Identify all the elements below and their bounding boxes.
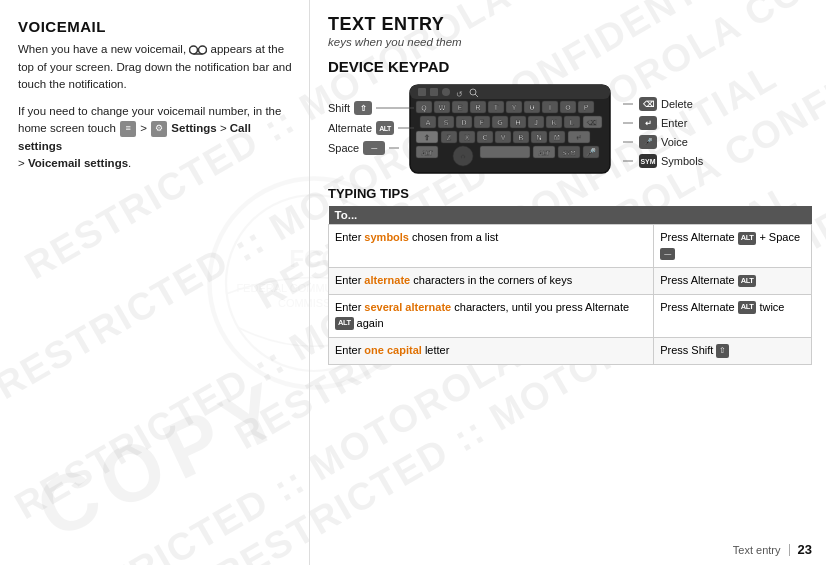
home-screen-touch: home screen touch [18,122,116,134]
keypad-right-labels: ⌫ Delete ↵ Enter 🎤 Voice [623,97,703,168]
table-row: Enter several alternate characters, unti… [329,294,812,337]
table-cell-action-capital: Enter one capital letter [329,337,654,364]
shift-icon: ⇧ [354,101,372,115]
page-number: 23 [798,542,812,557]
svg-text:V: V [501,134,506,141]
menu-icon [120,121,136,137]
highlight-several: several alternate [364,301,451,313]
svg-text:T: T [494,104,499,111]
svg-text:U: U [529,104,534,111]
settings-label: Settings [171,122,216,134]
delete-icon: ⌫ [639,97,657,111]
voice-label: 🎤 Voice [623,135,703,149]
svg-point-13 [442,88,450,96]
svg-text:🎤: 🎤 [586,147,596,157]
highlight-alternate: alternate [364,274,410,286]
enter-label: ↵ Enter [623,116,703,130]
table-cell-instruction-alternate: Press Alternate ALT [654,267,812,294]
svg-text:↵: ↵ [576,134,582,141]
keypad-diagram: ↺ Q W E R T Y U I O [328,83,812,178]
voicemail-para1: When you have a new voicemail, appears a… [18,41,295,93]
svg-text:D: D [461,119,466,126]
svg-text:S: S [444,119,449,126]
svg-text:↺: ↺ [456,90,463,99]
svg-point-6 [199,46,207,54]
svg-text:F: F [480,119,485,126]
alt-key-inline-4: ALT [738,301,757,314]
table-cell-action-alternate: Enter alternate characters in the corner… [329,267,654,294]
svg-text:B: B [518,134,523,141]
space-key-inline: — [660,248,675,260]
voicemail-settings-label: Voicemail settings [28,157,128,169]
alt-key-inline: ALT [738,232,757,245]
keypad-left-labels: Shift ⇧ Alternate ALT Space — [328,101,416,155]
table-header-instruction [654,206,812,225]
table-cell-instruction-symbols: Press Alternate ALT + Space — [654,225,812,268]
svg-text:N: N [536,134,541,141]
space-label: Space — [328,141,416,155]
table-row: Enter one capital letter Press Shift ⇧ [329,337,812,364]
right-column: TEXT ENTRY keys when you need them DEVIC… [310,0,826,565]
table-cell-action-symbols: Enter symbols chosen from a list [329,225,654,268]
space-icon: — [363,141,385,155]
keyboard-svg: ↺ Q W E R T Y U I O [408,83,613,175]
svg-rect-11 [418,88,426,96]
svg-text:H: H [515,119,520,126]
svg-rect-79 [480,146,530,158]
text-entry-title: TEXT ENTRY [328,14,812,35]
table-cell-instruction-capital: Press Shift ⇧ [654,337,812,364]
shift-label: Shift ⇧ [328,101,416,115]
svg-text:Z: Z [447,134,452,141]
svg-text:G: G [497,119,503,126]
settings-icon [151,121,167,137]
svg-text:O: O [565,104,571,111]
sym-icon: SYM [639,154,657,168]
table-row: Enter alternate characters in the corner… [329,267,812,294]
svg-text:Q: Q [421,104,427,112]
svg-rect-12 [430,88,438,96]
svg-text:E: E [458,104,463,111]
symbols-label: SYM Symbols [623,154,703,168]
alt-icon: ALT [376,121,394,135]
svg-text:P: P [584,104,589,111]
voicemail-icon [189,41,207,58]
alternate-label: Alternate ALT [328,121,416,135]
footer-divider [789,544,790,556]
text-entry-subtitle: keys when you need them [328,36,812,48]
table-cell-instruction-several: Press Alternate ALT twice [654,294,812,337]
svg-text:○: ○ [461,152,466,161]
typing-tips-title: TYPING TIPS [328,186,812,201]
voicemail-section-title: VOICEMAIL [18,18,295,35]
delete-label: ⌫ Delete [623,97,703,111]
table-row: Enter symbols chosen from a list Press A… [329,225,812,268]
svg-text:A: A [425,119,430,126]
page-footer: Text entry 23 [733,542,812,557]
alt-key-inline-2: ALT [738,275,757,288]
svg-text:⌫: ⌫ [587,119,597,126]
svg-text:J: J [534,119,538,126]
svg-text:SYM: SYM [562,150,575,156]
typing-tips-table: To... Enter symbols chosen from a list P… [328,206,812,365]
svg-text:R: R [475,104,480,111]
highlight-symbols: symbols [364,231,409,243]
svg-text:ALT: ALT [421,150,433,156]
voice-icon: 🎤 [639,135,657,149]
svg-text:M: M [554,134,560,141]
table-header-action: To... [329,206,654,225]
shift-key-inline: ⇧ [716,344,729,358]
svg-rect-10 [410,85,610,99]
footer-label: Text entry [733,544,781,556]
svg-text:W: W [439,104,446,111]
svg-text:K: K [551,119,556,126]
svg-text:Y: Y [512,104,517,111]
svg-text:ALT: ALT [538,150,550,156]
table-cell-action-several: Enter several alternate characters, unti… [329,294,654,337]
alt-key-inline-3: ALT [335,317,354,330]
svg-text:L: L [570,119,575,126]
svg-text:I: I [549,104,551,111]
highlight-one-capital: one capital [364,344,421,356]
left-column: VOICEMAIL When you have a new voicemail,… [0,0,310,565]
enter-icon: ↵ [639,116,657,130]
svg-text:⇧: ⇧ [424,134,430,141]
svg-point-5 [190,46,198,54]
